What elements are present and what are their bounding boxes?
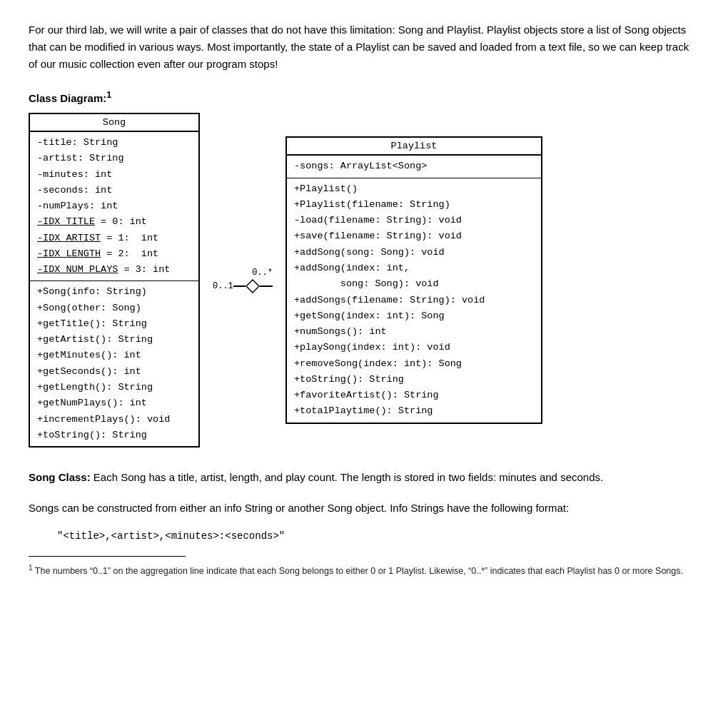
- song-class-text: Each Song has a title, artist, length, a…: [91, 471, 603, 483]
- field-idx-title: -IDX_TITLE = 0: int: [37, 214, 191, 230]
- field-seconds: -seconds: int: [37, 183, 191, 198]
- field-idx-num-plays: -IDX_NUM_PLAYS = 3: int: [37, 262, 191, 278]
- playlist-header: Playlist: [287, 138, 541, 156]
- method-song-info: +Song(info: String): [37, 284, 191, 300]
- method-getnumplays: +getNumPlays(): int: [37, 395, 191, 411]
- song-header: Song: [30, 114, 198, 132]
- method-getseconds: +getSeconds(): int: [37, 364, 191, 380]
- method-tostring: +toString(): String: [37, 428, 191, 443]
- intro-paragraph: For our third lab, we will write a pair …: [29, 21, 694, 73]
- footnote-text: 1 The numbers “0..1” on the aggregation …: [29, 562, 694, 578]
- pl-method-constructor2: +Playlist(filename: String): [294, 197, 534, 213]
- song-methods: +Song(info: String) +Song(other: Song) +…: [30, 281, 198, 446]
- connector-line-left: [233, 285, 246, 287]
- field-numplays: -numPlays: int: [37, 198, 191, 214]
- pl-method-load: -load(filename: String): void: [294, 213, 534, 228]
- connector-line-right: [260, 285, 273, 287]
- pl-method-addsong2-line1: +addSong(index: int,: [294, 261, 534, 276]
- diagram-label-text: Class Diagram:: [29, 92, 106, 104]
- svg-marker-0: [246, 280, 259, 293]
- aggregation-connector: 0..1 0..* 0..1: [200, 268, 285, 293]
- pl-method-playsong: +playSong(index: int): void: [294, 340, 534, 355]
- playlist-methods: +Playlist() +Playlist(filename: String) …: [287, 178, 541, 423]
- field-artist: -artist: String: [37, 151, 191, 166]
- footnote-content: The numbers “0..1” on the aggregation li…: [33, 566, 683, 576]
- method-song-other: +Song(other: Song): [37, 300, 191, 316]
- field-idx-length: -IDX_LENGTH = 2: int: [37, 246, 191, 262]
- song-uml-box: Song -title: String -artist: String -min…: [29, 113, 200, 448]
- song-fields: -title: String -artist: String -minutes:…: [30, 132, 198, 281]
- footnote-divider: [29, 556, 186, 557]
- playlist-field-songs: -songs: ArrayList<Song>: [294, 158, 534, 174]
- format-code-line: "<title>,<artist>,<minutes>:<seconds>": [57, 530, 694, 542]
- playlist-uml-box: Playlist -songs: ArrayList<Song> +Playli…: [285, 136, 542, 423]
- pl-method-removesong: +removeSong(index: int): Song: [294, 356, 534, 372]
- pl-method-save: +save(filename: String): void: [294, 228, 534, 244]
- field-idx-artist: -IDX_ARTIST = 1: int: [37, 231, 191, 246]
- songs-construction-paragraph: Songs can be constructed from either an …: [29, 500, 694, 517]
- pl-method-addsongs: +addSongs(filename: String): void: [294, 293, 534, 308]
- method-incrementplays: +incrementPlays(): void: [37, 412, 191, 428]
- right-multiplicity: 0..*: [252, 268, 273, 278]
- pl-method-tostring: +toString(): String: [294, 372, 534, 388]
- field-title: -title: String: [37, 135, 191, 151]
- method-gettitle: +getTitle(): String: [37, 316, 191, 332]
- pl-method-constructor1: +Playlist(): [294, 181, 534, 197]
- left-multiplicity: 0..1: [213, 281, 233, 291]
- pl-method-totalplaytime: +totalPlaytime(): String: [294, 403, 534, 419]
- pl-method-addsong1: +addSong(song: Song): void: [294, 245, 534, 261]
- class-diagram-label: Class Diagram:1: [29, 90, 694, 104]
- playlist-fields: -songs: ArrayList<Song>: [287, 156, 541, 178]
- field-minutes: -minutes: int: [37, 167, 191, 183]
- aggregation-diamond: [246, 279, 260, 293]
- pl-method-favoriteartist: +favoriteArtist(): String: [294, 388, 534, 403]
- pl-method-addsong2-line2: song: Song): void: [294, 276, 534, 292]
- class-diagram: Song -title: String -artist: String -min…: [29, 113, 694, 448]
- method-getminutes: +getMinutes(): int: [37, 348, 191, 363]
- method-getartist: +getArtist(): String: [37, 332, 191, 348]
- song-class-description: Song Class: Each Song has a title, artis…: [29, 469, 694, 487]
- pl-method-numsongs: +numSongs(): int: [294, 324, 534, 340]
- song-class-bold: Song Class:: [29, 471, 91, 483]
- diagram-label-superscript: 1: [106, 90, 111, 100]
- method-getlength: +getLength(): String: [37, 380, 191, 395]
- pl-method-getsong: +getSong(index: int): Song: [294, 308, 534, 324]
